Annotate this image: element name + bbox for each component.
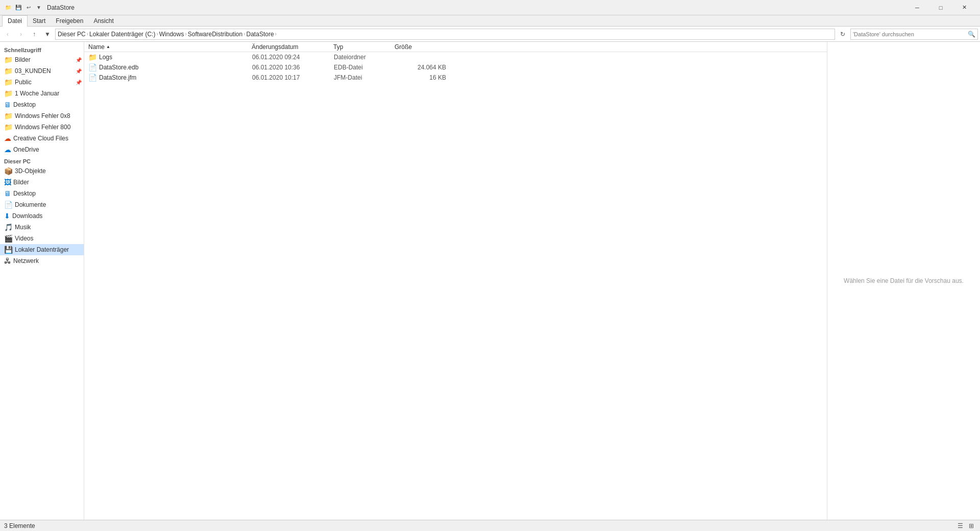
folder-icon: 📁 (4, 123, 13, 131)
sidebar-header-schnellzugriff: Schnellzugriff (0, 44, 84, 54)
breadcrumb-datastore[interactable]: DataStore (247, 31, 274, 38)
refresh-button[interactable]: ↻ (837, 29, 848, 40)
table-row[interactable]: 📁 Logs 06.01.2020 09:24 Dateiordner (88, 52, 823, 62)
forward-button[interactable]: › (15, 29, 27, 40)
sidebar-item-winfehler800[interactable]: 📁 Windows Fehler 800 (0, 122, 84, 133)
sidebar-item-3dobjekte[interactable]: 📦 3D-Objekte (0, 165, 84, 177)
file-icon: 📄 (88, 74, 97, 82)
breadcrumb-sep-1: › (87, 31, 88, 37)
sidebar-item-netzwerk[interactable]: 🖧 Netzwerk (0, 255, 84, 267)
file-date: 06.01.2020 10:17 (252, 74, 334, 81)
pin-icon: 📌 (76, 57, 82, 63)
sidebar-item-musik[interactable]: 🎵 Musik (0, 222, 84, 233)
breadcrumb-sep-5: › (275, 31, 277, 37)
undo-icon: ↩ (24, 4, 33, 12)
file-name: DataStore.jfm (99, 74, 252, 81)
sidebar-item-winfehler0x8[interactable]: 📁 Windows Fehler 0x8 (0, 110, 84, 122)
desktop-icon: 🖥 (4, 101, 11, 109)
sidebar-item-desktop-pc[interactable]: 🖥 Desktop (0, 188, 84, 199)
search-bar[interactable]: 🔍 (850, 29, 978, 40)
file-type: JFM-Datei (334, 74, 395, 81)
music-icon: 🎵 (4, 223, 13, 231)
sidebar-item-lokaler-datentraeger[interactable]: 💾 Lokaler Datenträger (0, 244, 84, 255)
large-icons-view-button[interactable]: ⊞ (967, 521, 976, 530)
status-item-count: 3 Elemente (4, 522, 35, 529)
folder-icon: 📁 (4, 56, 13, 64)
col-header-date[interactable]: Änderungsdatum (252, 43, 333, 51)
ribbon-tabs: Datei Start Freigeben Ansicht (0, 15, 980, 27)
table-row[interactable]: 📄 DataStore.edb 06.01.2020 10:36 EDB-Dat… (88, 62, 823, 73)
file-name: Logs (99, 54, 252, 61)
breadcrumb-dieser-pc[interactable]: Dieser PC (58, 31, 86, 38)
folder-small-icon: 📁 (4, 4, 12, 12)
dropdown-icon: ▼ (35, 4, 43, 12)
back-button[interactable]: ‹ (2, 29, 13, 40)
tab-ansicht[interactable]: Ansicht (88, 15, 118, 27)
sidebar-label: Desktop (13, 101, 82, 108)
close-button[interactable]: ✕ (952, 0, 976, 15)
sidebar-label: Public (15, 79, 75, 86)
breadcrumb[interactable]: Dieser PC › Lokaler Datenträger (C:) › W… (55, 29, 835, 40)
details-view-button[interactable]: ☰ (955, 521, 965, 530)
minimize-button[interactable]: ─ (905, 0, 929, 15)
sidebar-item-videos[interactable]: 🎬 Videos (0, 233, 84, 244)
col-header-size[interactable]: Größe (395, 43, 446, 51)
up-button[interactable]: ↑ (29, 29, 40, 40)
window-title: DataStore (47, 4, 905, 11)
sidebar-label: 3D-Objekte (15, 167, 82, 175)
recent-locations-button[interactable]: ▼ (42, 29, 53, 40)
file-area: Name ▲ Änderungsdatum Typ Größe 📁 Logs 0… (84, 42, 827, 520)
drive-icon: 💾 (4, 246, 13, 254)
breadcrumb-softwaredistribution[interactable]: SoftwareDistribution (188, 31, 242, 38)
col-header-name[interactable]: Name ▲ (88, 43, 252, 51)
sidebar-item-downloads[interactable]: ⬇ Downloads (0, 210, 84, 222)
table-row[interactable]: 📄 DataStore.jfm 06.01.2020 10:17 JFM-Dat… (88, 73, 823, 83)
status-bar: 3 Elemente ☰ ⊞ (0, 520, 980, 531)
file-size: 16 KB (395, 74, 446, 81)
search-icon[interactable]: 🔍 (968, 31, 975, 38)
sidebar-label: Windows Fehler 800 (15, 124, 82, 131)
pictures-icon: 🖼 (4, 178, 11, 186)
tab-freigeben[interactable]: Freigeben (51, 15, 88, 27)
status-right: ☰ ⊞ (955, 521, 976, 530)
file-date: 06.01.2020 10:36 (252, 64, 334, 71)
sidebar-label: 03_KUNDEN (15, 67, 75, 75)
title-bar-icons: 📁 💾 ↩ ▼ (4, 4, 43, 12)
pin-icon: 📌 (76, 68, 82, 74)
folder-icon: 📁 (4, 89, 13, 98)
sidebar-item-1woche[interactable]: 📁 1 Woche Januar (0, 88, 84, 99)
sidebar-item-dokumente[interactable]: 📄 Dokumente (0, 199, 84, 210)
col-date-label: Änderungsdatum (252, 43, 298, 51)
file-size: 24.064 KB (395, 64, 446, 71)
breadcrumb-windows[interactable]: Windows (159, 31, 184, 38)
maximize-button[interactable]: □ (929, 0, 952, 15)
search-input[interactable] (853, 31, 968, 37)
address-bar: ‹ › ↑ ▼ Dieser PC › Lokaler Datenträger … (0, 27, 980, 42)
sidebar-label: 1 Woche Januar (15, 90, 82, 97)
sidebar-item-desktop-quick[interactable]: 🖥 Desktop (0, 99, 84, 110)
sidebar-label: Netzwerk (13, 257, 82, 264)
preview-pane: Wählen Sie eine Datei für die Vorschau a… (827, 42, 980, 520)
breadcrumb-lokaler[interactable]: Lokaler Datenträger (C:) (89, 31, 155, 38)
folder-icon: 📁 (4, 112, 13, 120)
file-name: DataStore.edb (99, 64, 252, 71)
sidebar-item-public[interactable]: 📁 Public 📌 (0, 77, 84, 88)
sidebar-item-bilder-quick[interactable]: 📁 Bilder 📌 (0, 54, 84, 65)
col-size-label: Größe (395, 43, 412, 51)
col-name-label: Name (88, 43, 105, 51)
tab-start[interactable]: Start (28, 15, 51, 27)
sidebar-label: Bilder (15, 56, 75, 63)
sidebar-item-bilder-pc[interactable]: 🖼 Bilder (0, 177, 84, 188)
col-header-type[interactable]: Typ (333, 43, 395, 51)
documents-icon: 📄 (4, 201, 13, 209)
sidebar-label: Desktop (13, 190, 82, 197)
sidebar-label: Creative Cloud Files (13, 135, 82, 142)
sidebar-label: Lokaler Datenträger (15, 246, 82, 253)
col-type-label: Typ (333, 43, 343, 51)
tab-datei[interactable]: Datei (2, 15, 28, 27)
sidebar-label: Videos (15, 235, 82, 242)
column-headers: Name ▲ Änderungsdatum Typ Größe (84, 42, 827, 52)
sidebar-item-creative-cloud[interactable]: ☁ Creative Cloud Files (0, 133, 84, 144)
sidebar-item-03kunden[interactable]: 📁 03_KUNDEN 📌 (0, 65, 84, 77)
sidebar-item-onedrive[interactable]: ☁ OneDrive (0, 144, 84, 155)
